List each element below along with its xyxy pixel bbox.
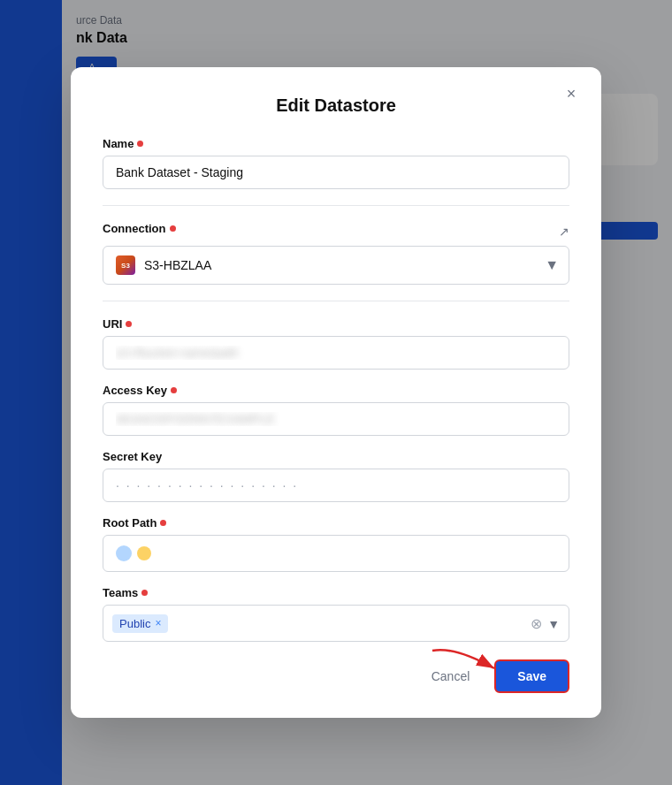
teams-public-tag: Public ×	[112, 614, 168, 633]
root-path-input[interactable]	[103, 535, 569, 572]
access-key-label: Access Key	[103, 384, 569, 397]
teams-label: Teams	[103, 586, 569, 599]
s3-icon: S3	[116, 255, 135, 275]
cancel-button[interactable]: Cancel	[417, 662, 485, 690]
connection-label: Connection	[103, 222, 176, 235]
name-label: Name	[103, 137, 569, 150]
teams-dropdown-icon[interactable]: ▼	[547, 616, 560, 630]
uri-required-indicator	[126, 321, 132, 327]
connection-field-group: Connection ↗ S3 S3-HBZLAA ▼	[103, 222, 569, 285]
root-path-dot-2	[137, 546, 151, 560]
connection-external-link[interactable]: ↗	[559, 225, 569, 239]
teams-field-group: Teams Public × ⊗ ▼	[103, 586, 569, 642]
teams-clear-icon[interactable]: ⊗	[531, 615, 542, 632]
uri-label: URI	[103, 317, 569, 331]
teams-tag-label: Public	[119, 617, 150, 630]
root-path-field-group: Root Path	[103, 516, 569, 572]
connection-value: S3-HBZLAA	[144, 258, 211, 272]
modal-overlay: × Edit Datastore Name Connection ↗	[0, 0, 672, 785]
connection-select-wrapper: S3 S3-HBZLAA ▼	[103, 246, 569, 285]
root-path-label: Root Path	[103, 516, 569, 530]
secret-key-label: Secret Key	[103, 450, 569, 463]
teams-icons: ⊗ ▼	[531, 615, 560, 632]
name-input[interactable]	[103, 156, 569, 189]
connection-dropdown-arrow: ▼	[545, 257, 559, 273]
root-path-required-indicator	[160, 520, 166, 526]
uri-field-group: URI	[103, 317, 569, 370]
teams-required-indicator	[141, 590, 148, 596]
modal-footer: Cancel Save	[103, 659, 569, 693]
name-required-indicator	[137, 141, 143, 147]
name-field-group: Name	[103, 137, 569, 189]
save-button[interactable]: Save	[494, 659, 569, 693]
close-button[interactable]: ×	[559, 81, 584, 106]
edit-datastore-modal: × Edit Datastore Name Connection ↗	[71, 67, 601, 718]
uri-input[interactable]	[103, 336, 569, 370]
access-key-field-group: Access Key	[103, 384, 569, 436]
teams-select[interactable]: Public × ⊗ ▼	[103, 605, 569, 642]
access-key-required-indicator	[171, 387, 177, 393]
connection-header: Connection ↗	[103, 222, 569, 240]
divider-1	[103, 205, 569, 206]
modal-title: Edit Datastore	[103, 95, 569, 116]
root-path-dot-1	[116, 545, 132, 561]
teams-tag-remove[interactable]: ×	[155, 617, 161, 629]
secret-key-field-group: Secret Key	[103, 450, 569, 502]
connection-select[interactable]: S3 S3-HBZLAA	[103, 246, 569, 285]
divider-2	[103, 301, 569, 301]
connection-required-indicator	[170, 225, 176, 232]
access-key-input[interactable]	[103, 402, 569, 436]
secret-key-input[interactable]	[103, 469, 569, 502]
